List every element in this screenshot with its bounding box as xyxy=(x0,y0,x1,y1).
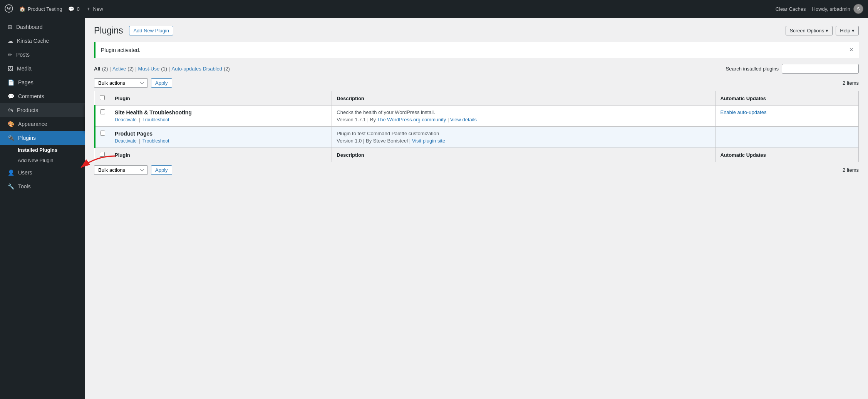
col-description-footer: Description xyxy=(332,148,716,162)
col-description-header: Description xyxy=(332,91,716,106)
plugin-description: Checks the health of your WordPress inst… xyxy=(337,109,710,115)
plugin-description-cell: Checks the health of your WordPress inst… xyxy=(332,106,716,127)
plugin-checkbox[interactable] xyxy=(100,109,105,114)
plugin-description: Plugin to test Command Palette customiza… xyxy=(337,131,710,136)
bulk-actions-bottom-apply-button[interactable]: Apply xyxy=(151,165,172,175)
chevron-down-icon: ▾ xyxy=(852,28,855,34)
enable-auto-updates-link[interactable]: Enable auto-updates xyxy=(720,109,766,115)
main-content: Plugins Add New Plugin Screen Options ▾ … xyxy=(85,18,868,399)
bulk-actions-bottom-select[interactable]: Bulk actions Activate Deactivate Delete xyxy=(94,165,148,175)
notice-text: Plugin activated. xyxy=(101,47,141,53)
deactivate-link[interactable]: Deactivate xyxy=(115,138,137,144)
howdy-text: Howdy, srbadmin xyxy=(812,6,850,12)
add-new-plugin-button[interactable]: Add New Plugin xyxy=(129,26,173,35)
sidebar-item-kinsta-cache[interactable]: ☁ Kinsta Cache xyxy=(0,34,85,48)
filter-row: All (2) | Active (2) | Must-Use (1) | Au… xyxy=(94,64,859,74)
help-button[interactable]: Help ▾ xyxy=(836,26,859,35)
select-all-bottom-checkbox[interactable] xyxy=(100,152,105,157)
troubleshoot-link[interactable]: Troubleshoot xyxy=(142,138,169,144)
col-auto-updates-footer: Automatic Updates xyxy=(716,148,859,162)
col-checkbox xyxy=(95,91,110,106)
plugin-actions: Deactivate | Troubleshoot xyxy=(115,138,327,144)
plugin-name-cell: Site Health & Troubleshooting Deactivate… xyxy=(110,106,332,127)
sidebar-item-appearance[interactable]: 🎨 Appearance xyxy=(0,117,85,131)
avatar: S xyxy=(853,4,863,14)
plugin-author-link[interactable]: The WordPress.org community xyxy=(377,117,446,122)
col-plugin-header: Plugin xyxy=(110,91,332,106)
plugin-activated-notice: Plugin activated. × xyxy=(94,42,859,58)
plugin-name: Site Health & Troubleshooting xyxy=(115,109,327,116)
chevron-down-icon: ▾ xyxy=(826,28,828,34)
cloud-icon: ☁ xyxy=(8,38,13,44)
top-bar: W 🏠 Product Testing 💬 0 ＋ New Clear Cach… xyxy=(0,0,868,18)
comments-icon: 💬 xyxy=(68,6,74,12)
plugin-name: Product Pages xyxy=(115,131,327,137)
screen-options-button[interactable]: Screen Options ▾ xyxy=(786,26,833,35)
bulk-actions-bottom-row: Bulk actions Activate Deactivate Delete … xyxy=(94,165,859,175)
bulk-actions-top-apply-button[interactable]: Apply xyxy=(151,78,172,88)
plugin-checkbox-cell xyxy=(95,127,110,148)
pages-icon: 📄 xyxy=(8,79,14,86)
search-plugins-input[interactable] xyxy=(782,64,859,74)
filter-auto-updates-disabled[interactable]: Auto-updates Disabled xyxy=(172,66,223,72)
plugin-name-cell: Product Pages Deactivate | Troubleshoot xyxy=(110,127,332,148)
col-auto-updates-header: Automatic Updates xyxy=(716,91,859,106)
plugin-actions: Deactivate | Troubleshoot xyxy=(115,117,327,122)
home-icon: 🏠 xyxy=(19,6,25,12)
select-all-checkbox[interactable] xyxy=(100,95,105,100)
col-plugin-footer: Plugin xyxy=(110,148,332,162)
sidebar-item-posts[interactable]: ✏ Posts xyxy=(0,48,85,62)
plugins-table: Plugin Description Automatic Updates Sit… xyxy=(94,91,859,162)
sidebar-item-comments[interactable]: 💬 Comments xyxy=(0,89,85,103)
tools-icon: 🔧 xyxy=(8,183,14,189)
posts-icon: ✏ xyxy=(8,52,12,58)
table-row: Site Health & Troubleshooting Deactivate… xyxy=(95,106,859,127)
sidebar-sub-add-new-plugin[interactable]: Add New Plugin xyxy=(0,155,85,166)
table-row: Product Pages Deactivate | Troubleshoot … xyxy=(95,127,859,148)
bulk-actions-top-select[interactable]: Bulk actions Activate Deactivate Delete xyxy=(94,78,148,88)
user-menu[interactable]: Howdy, srbadmin S xyxy=(812,4,863,14)
plugin-auto-update-cell xyxy=(716,127,859,148)
sidebar: ⊞ Dashboard ☁ Kinsta Cache ✏ Posts 🖼 Med… xyxy=(0,18,85,399)
col-checkbox-footer xyxy=(95,148,110,162)
content-header: Plugins Add New Plugin Screen Options ▾ … xyxy=(94,25,859,36)
sidebar-item-media[interactable]: 🖼 Media xyxy=(0,62,85,75)
wp-logo[interactable]: W xyxy=(5,4,13,14)
plugin-checkbox[interactable] xyxy=(100,131,105,136)
sidebar-item-dashboard[interactable]: ⊞ Dashboard xyxy=(0,20,85,34)
sidebar-item-tools[interactable]: 🔧 Tools xyxy=(0,179,85,193)
plugin-author: Steve Bonisteel xyxy=(373,138,408,144)
users-icon: 👤 xyxy=(8,169,14,176)
plugin-meta: Version 1.7.1 | By The WordPress.org com… xyxy=(337,117,710,122)
dashboard-icon: ⊞ xyxy=(8,24,12,30)
sidebar-item-plugins[interactable]: 🔌 Plugins xyxy=(0,131,85,145)
products-icon: 🛍 xyxy=(8,107,13,113)
notice-close-button[interactable]: × xyxy=(849,46,853,54)
filter-active[interactable]: Active xyxy=(112,66,126,72)
plugin-meta: Version 1.0 | By Steve Bonisteel | Visit… xyxy=(337,138,710,144)
plugin-auto-update-cell: Enable auto-updates xyxy=(716,106,859,127)
troubleshoot-link[interactable]: Troubleshoot xyxy=(142,117,169,122)
deactivate-link[interactable]: Deactivate xyxy=(115,117,137,122)
filter-must-use[interactable]: Must-Use xyxy=(138,66,160,72)
page-title: Plugins xyxy=(94,25,123,36)
comments-link[interactable]: 💬 0 xyxy=(68,6,79,12)
media-icon: 🖼 xyxy=(8,65,13,72)
bulk-actions-top-row: Bulk actions Activate Deactivate Delete … xyxy=(94,78,859,88)
sidebar-item-products[interactable]: 🛍 Products xyxy=(0,103,85,117)
plus-icon: ＋ xyxy=(86,5,91,12)
plugins-icon: 🔌 xyxy=(8,135,14,141)
site-name-link[interactable]: 🏠 Product Testing xyxy=(19,6,62,12)
view-details-link[interactable]: View details xyxy=(450,117,477,122)
clear-caches-button[interactable]: Clear Caches xyxy=(776,6,806,12)
svg-text:W: W xyxy=(7,6,11,11)
sidebar-item-users[interactable]: 👤 Users xyxy=(0,166,85,179)
sidebar-sub-installed-plugins[interactable]: Installed Plugins xyxy=(0,145,85,155)
plugin-checkbox-cell xyxy=(95,106,110,127)
items-count-bottom: 2 items xyxy=(843,167,859,173)
new-content-link[interactable]: ＋ New xyxy=(86,5,103,12)
visit-plugin-site-link[interactable]: Visit plugin site xyxy=(412,138,445,144)
filter-all[interactable]: All xyxy=(94,66,101,72)
sidebar-item-pages[interactable]: 📄 Pages xyxy=(0,75,85,89)
plugin-description-cell: Plugin to test Command Palette customiza… xyxy=(332,127,716,148)
